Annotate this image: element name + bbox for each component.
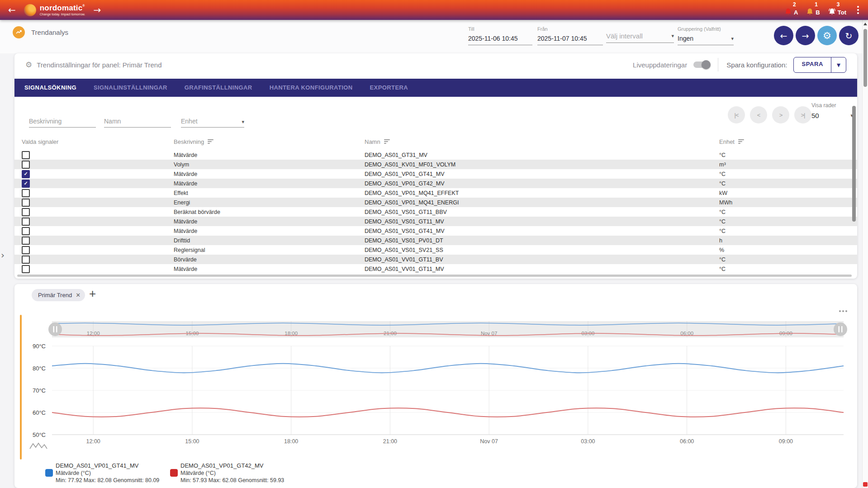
panel-chip-primar-trend[interactable]: Primär Trend ✕ bbox=[32, 289, 85, 301]
page-scrollbar[interactable] bbox=[862, 20, 868, 488]
pan-left-button[interactable]: ← bbox=[774, 26, 793, 45]
interval-placeholder: Välj intervall bbox=[606, 32, 643, 40]
date-fran-field[interactable]: Från 2025-11-07 10:45 bbox=[537, 26, 603, 45]
cell-namn: DEMO_AS01_GT31_MV bbox=[365, 152, 719, 158]
filter-beskrivning-input[interactable]: Beskrivning bbox=[29, 112, 96, 128]
signal-checkbox[interactable] bbox=[22, 208, 30, 216]
table-row[interactable]: Beräknat börvärdeDEMO_AS01_VS01_GT11_BBV… bbox=[14, 207, 857, 217]
settings-button[interactable]: ⚙ bbox=[817, 26, 837, 45]
legend-item[interactable]: DEMO_AS01_VP01_GT41_MVMätvärde (°C)Min: … bbox=[45, 462, 164, 483]
sort-icon[interactable] bbox=[738, 139, 744, 144]
tab-exportera[interactable]: EXPORTERA bbox=[370, 79, 408, 97]
navigator-preview-icon[interactable] bbox=[29, 441, 47, 450]
nordomatic-logo[interactable]: nordomatic® Change today. Impact tomorro… bbox=[24, 4, 85, 16]
tab-signalinstallningar[interactable]: SIGNALINSTÄLLNINGAR bbox=[94, 79, 167, 97]
tab-hantera-konfiguration[interactable]: HANTERA KONFIGURATION bbox=[270, 79, 353, 97]
save-button[interactable]: SPARA bbox=[794, 57, 831, 72]
table-row[interactable]: DrifttidDEMO_AS01_VS01_PV01_DTh bbox=[14, 236, 857, 245]
grouping-select[interactable]: Gruppering (Valfritt) Ingen ▾ bbox=[678, 26, 734, 45]
signal-checkbox[interactable] bbox=[22, 151, 30, 159]
pan-right-button[interactable]: → bbox=[796, 26, 815, 45]
filter-enhet-select[interactable]: Enhet ▾ bbox=[181, 112, 244, 128]
trend-chart[interactable]: 90°C80°C70°C60°C50°C12:0012:0015:0015:00… bbox=[14, 316, 857, 456]
overflow-menu-icon[interactable] bbox=[856, 5, 860, 15]
live-updates-toggle[interactable] bbox=[693, 62, 710, 68]
rows-per-page-label: Visa rader bbox=[811, 102, 853, 109]
range-handle[interactable] bbox=[834, 322, 847, 336]
signal-checkbox[interactable]: ✓ bbox=[22, 180, 30, 188]
table-vertical-scrollbar[interactable] bbox=[852, 104, 856, 275]
next-page-button[interactable]: > bbox=[772, 106, 789, 123]
signal-checkbox[interactable] bbox=[22, 227, 30, 235]
forward-icon[interactable]: → bbox=[93, 5, 101, 14]
table-row[interactable]: VolymDEMO_AS01_KV01_MF01_VOLYMm³ bbox=[14, 160, 857, 169]
prev-page-button[interactable]: < bbox=[750, 106, 767, 123]
svg-text:50°C: 50°C bbox=[33, 431, 46, 438]
table-row[interactable]: MätvärdeDEMO_AS01_GT31_MV°C bbox=[14, 150, 857, 160]
rows-per-page-select[interactable]: 50 ▾ bbox=[811, 112, 853, 119]
trend-icon bbox=[13, 26, 25, 38]
legend-signal-sub: Mätvärde (°C) bbox=[180, 470, 284, 476]
signal-checkbox[interactable] bbox=[22, 218, 30, 226]
signal-checkbox[interactable] bbox=[22, 246, 30, 254]
divider bbox=[718, 58, 718, 71]
signal-checkbox[interactable] bbox=[22, 237, 30, 245]
range-handle[interactable] bbox=[48, 322, 62, 336]
table-row[interactable]: ✓MätvärdeDEMO_AS01_VP01_GT42_MV°C bbox=[14, 179, 857, 188]
signal-table-body: MätvärdeDEMO_AS01_GT31_MV°CVolymDEMO_AS0… bbox=[14, 150, 857, 274]
filter-namn-input[interactable]: Namn bbox=[104, 112, 171, 128]
top-app-bar: ← nordomatic® Change today. Impact tomor… bbox=[0, 0, 868, 20]
tab-grafinstallningar[interactable]: GRAFINSTÄLLNINGAR bbox=[185, 79, 252, 97]
trend-chart-panel: Primär Trend ✕ + 90°C80°C70°C60°C50°C12:… bbox=[14, 284, 857, 488]
bell-icon bbox=[827, 7, 837, 17]
date-fran-value[interactable]: 2025-11-07 10:45 bbox=[537, 35, 603, 45]
cell-namn: DEMO_AS01_VV01_GT11_BV bbox=[365, 256, 719, 263]
refresh-button[interactable]: ↻ bbox=[839, 26, 859, 45]
table-row[interactable]: EnergiDEMO_AS01_VP01_MQ41_ENERGIMWh bbox=[14, 198, 857, 207]
table-row[interactable]: MätvärdeDEMO_AS01_VS01_GT41_MV°C bbox=[14, 226, 857, 236]
legend-signal-name: DEMO_AS01_VP01_GT41_MV bbox=[56, 462, 159, 469]
table-pagination: |< < > >| bbox=[728, 106, 811, 123]
last-page-button[interactable]: >| bbox=[794, 106, 811, 123]
interval-select[interactable]: Välj intervall ▾ bbox=[606, 32, 674, 43]
cell-beskrivning: Mätvärde bbox=[174, 152, 365, 158]
back-icon[interactable]: ← bbox=[8, 5, 16, 14]
add-panel-button[interactable]: + bbox=[89, 287, 96, 301]
scrollbar-thumb[interactable] bbox=[863, 29, 867, 87]
signal-checkbox[interactable] bbox=[22, 189, 30, 197]
save-options-caret[interactable]: ▾ bbox=[831, 57, 846, 72]
signal-checkbox[interactable] bbox=[22, 199, 30, 207]
alarm-bell-a[interactable]: 2A bbox=[783, 1, 798, 18]
scrollbar-thumb[interactable] bbox=[852, 106, 856, 222]
sort-icon[interactable] bbox=[208, 139, 213, 144]
signal-checkbox[interactable] bbox=[22, 161, 30, 169]
alarm-bell-tot[interactable]: 3Tot bbox=[827, 1, 846, 18]
close-icon[interactable]: ✕ bbox=[76, 292, 81, 298]
scroll-up-arrow[interactable] bbox=[863, 23, 867, 25]
svg-text:80°C: 80°C bbox=[33, 365, 46, 372]
signal-checkbox[interactable] bbox=[22, 265, 30, 273]
sort-icon[interactable] bbox=[384, 139, 390, 144]
table-row[interactable]: BörvärdeDEMO_AS01_VV01_GT11_BV°C bbox=[14, 255, 857, 264]
alarm-bell-b[interactable]: 1B bbox=[805, 1, 820, 18]
table-row[interactable]: EffektDEMO_AS01_VP01_MQ41_EFFEKTkW bbox=[14, 188, 857, 198]
settings-card-header: ⚙ Trendinställningar för panel: Primär T… bbox=[14, 53, 857, 76]
table-row[interactable]: ReglersignalDEMO_AS01_VS01_SV21_SS% bbox=[14, 245, 857, 255]
alarm-count: 1 bbox=[815, 1, 818, 8]
legend-item[interactable]: DEMO_AS01_VP01_GT42_MVMätvärde (°C)Min: … bbox=[170, 462, 289, 483]
tab-signalsokning[interactable]: SIGNALSÖKNING bbox=[24, 79, 76, 97]
table-row[interactable]: MätvärdeDEMO_AS01_VV01_GT11_MV°C bbox=[14, 264, 857, 274]
signal-checkbox[interactable]: ✓ bbox=[22, 170, 30, 178]
chart-menu-icon[interactable] bbox=[839, 310, 847, 312]
signal-checkbox[interactable] bbox=[22, 256, 30, 264]
chevron-down-icon: ▾ bbox=[671, 33, 674, 39]
table-horizontal-scrollbar[interactable] bbox=[17, 275, 852, 277]
col-valda-signaler: Valda signaler bbox=[22, 138, 58, 145]
cell-beskrivning: Mätvärde bbox=[174, 180, 365, 187]
date-till-field[interactable]: Till 2025-11-06 10:45 bbox=[468, 26, 532, 45]
sidebar-expand-icon[interactable]: › bbox=[1, 250, 5, 261]
table-row[interactable]: ✓MätvärdeDEMO_AS01_VP01_GT41_MV°C bbox=[14, 169, 857, 179]
first-page-button[interactable]: |< bbox=[728, 106, 745, 123]
date-till-value[interactable]: 2025-11-06 10:45 bbox=[468, 35, 532, 45]
table-row[interactable]: MätvärdeDEMO_AS01_VS01_GT11_MV°C bbox=[14, 217, 857, 226]
